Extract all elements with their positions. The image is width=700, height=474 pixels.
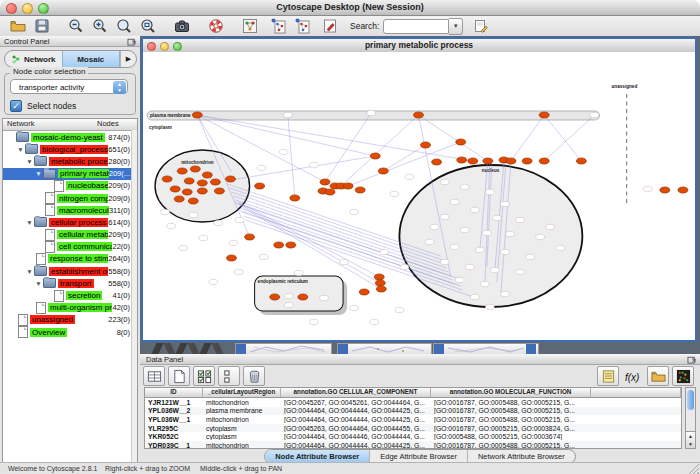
gene-node[interactable]	[340, 259, 349, 264]
gene-node[interactable]	[259, 254, 268, 259]
zoom-out-icon[interactable]	[66, 17, 86, 35]
gene-node[interactable]	[450, 244, 459, 249]
gene-node[interactable]	[367, 110, 376, 115]
gene-node[interactable]	[440, 259, 449, 264]
selected-gene-node[interactable]	[576, 158, 586, 164]
gene-node[interactable]	[235, 217, 244, 222]
float-panel-icon[interactable]	[127, 37, 137, 46]
selected-gene-node[interactable]	[298, 294, 308, 300]
selected-gene-node[interactable]	[539, 158, 549, 164]
tree-row[interactable]: macromolecule311(0)	[3, 204, 137, 216]
gene-node[interactable]	[209, 279, 218, 284]
gene-node[interactable]	[257, 165, 266, 170]
selected-gene-node[interactable]	[274, 242, 284, 248]
selected-gene-node[interactable]	[522, 158, 532, 164]
column-header[interactable]: annotation.GO MOLECULAR_FUNCTION	[431, 388, 591, 397]
selected-gene-node[interactable]	[286, 242, 296, 248]
select-attributes-icon[interactable]	[193, 366, 215, 386]
selected-gene-node[interactable]	[184, 178, 194, 184]
table-scrollbar[interactable]: ▲▼	[685, 387, 696, 449]
selected-gene-node[interactable]	[245, 234, 255, 240]
new-attribute-icon[interactable]	[168, 366, 190, 386]
edge[interactable]	[544, 115, 594, 161]
gene-node[interactable]	[284, 302, 293, 307]
gene-node[interactable]	[490, 267, 499, 272]
formula-builder-icon[interactable]: f(x)	[622, 366, 644, 386]
gene-node[interactable]	[455, 277, 464, 282]
gene-node[interactable]	[400, 264, 409, 269]
edge[interactable]	[325, 113, 371, 182]
gene-node[interactable]	[179, 245, 188, 250]
selected-gene-node[interactable]	[190, 166, 200, 172]
table-row[interactable]: YJR121W__1mitochondrion[GO:0045267, GO:0…	[145, 398, 681, 407]
tree-row[interactable]: ▼primary metabo209(...	[3, 168, 137, 180]
import-attributes-icon[interactable]	[647, 366, 669, 386]
gene-node[interactable]	[425, 239, 434, 244]
tree-row[interactable]: ▼establishment of lo558(0)	[3, 265, 137, 277]
gene-node[interactable]	[350, 209, 359, 214]
tree-row[interactable]: Overview8(0)	[3, 326, 137, 338]
gene-node[interactable]	[189, 212, 198, 217]
zoom-selected-region-icon[interactable]	[138, 17, 158, 35]
expander-icon[interactable]: ▼	[25, 158, 34, 165]
selected-gene-node[interactable]	[678, 187, 688, 193]
delete-attribute-icon[interactable]	[243, 366, 265, 386]
gene-node[interactable]	[320, 295, 329, 300]
gene-node[interactable]	[380, 249, 389, 254]
gene-node[interactable]	[310, 319, 319, 324]
selected-gene-node[interactable]	[660, 187, 670, 193]
tree-row[interactable]: response to stimulu264(0)	[3, 253, 137, 265]
column-header[interactable]: _cellularLayoutRegion	[203, 388, 281, 397]
edge[interactable]	[231, 156, 375, 180]
selected-gene-node[interactable]	[270, 294, 280, 300]
open-file-icon[interactable]	[8, 17, 28, 35]
selected-gene-node[interactable]	[320, 179, 330, 185]
selected-gene-node[interactable]	[374, 274, 384, 280]
select-all-attributes-icon[interactable]	[218, 366, 240, 386]
tree-row[interactable]: cell communicat22(0)	[3, 241, 137, 253]
tab-network[interactable]: Network	[5, 51, 62, 67]
background-window[interactable]	[235, 343, 332, 354]
gene-node[interactable]	[390, 191, 399, 196]
help-lifebuoy-icon[interactable]	[206, 17, 226, 35]
gene-node[interactable]	[643, 186, 652, 191]
gene-node[interactable]	[279, 149, 288, 154]
matrix-icon[interactable]	[672, 366, 694, 386]
search-dropdown-icon[interactable]: ▼	[449, 18, 463, 35]
gene-node[interactable]	[440, 179, 449, 184]
snapshot-icon[interactable]	[172, 17, 192, 35]
gene-node[interactable]	[395, 307, 404, 312]
selected-gene-node[interactable]	[197, 180, 207, 186]
selected-gene-node[interactable]	[182, 189, 192, 195]
selected-gene-node[interactable]	[413, 112, 423, 118]
table-row[interactable]: YDR039C__1mitochondrion[GO:0044464, GO:0…	[145, 441, 681, 449]
gene-node[interactable]	[492, 215, 501, 220]
selected-gene-node[interactable]	[468, 158, 478, 164]
selected-gene-node[interactable]	[375, 280, 385, 286]
gene-node[interactable]	[199, 235, 208, 240]
gene-node[interactable]	[465, 264, 474, 269]
tree-row[interactable]: nucleobase-209(0)	[3, 180, 137, 192]
selected-gene-node[interactable]	[355, 187, 365, 193]
gene-node[interactable]	[460, 227, 469, 232]
gene-node[interactable]	[405, 174, 414, 179]
selected-gene-node[interactable]	[177, 168, 187, 174]
zoom-fit-icon[interactable]	[114, 17, 134, 35]
tree-row[interactable]: ▼cellular process614(0)	[3, 216, 137, 228]
expander-icon[interactable]: ▼	[16, 146, 25, 153]
selected-gene-node[interactable]	[162, 176, 172, 182]
gene-node[interactable]	[501, 291, 510, 296]
gene-node[interactable]	[556, 245, 565, 250]
tree-row[interactable]: nitrogen compo209(0)	[3, 192, 137, 204]
title-bar[interactable]: Cytoscape Desktop (New Session)	[0, 0, 700, 16]
gene-node[interactable]	[480, 281, 489, 286]
gene-node[interactable]	[430, 224, 439, 229]
network-manager-icon[interactable]	[240, 17, 260, 35]
selected-gene-node[interactable]	[421, 142, 431, 148]
selected-gene-node[interactable]	[214, 188, 224, 194]
selected-gene-node[interactable]	[226, 255, 236, 261]
gene-node[interactable]	[485, 189, 494, 194]
selected-gene-node[interactable]	[456, 139, 466, 145]
selected-gene-node[interactable]	[376, 286, 386, 292]
selected-gene-node[interactable]	[202, 172, 212, 178]
